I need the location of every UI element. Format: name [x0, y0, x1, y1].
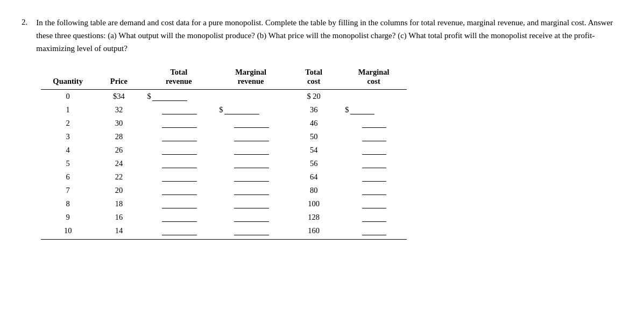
cell-quantity: 9 — [41, 211, 95, 224]
table-row: 2 30 46 — [41, 117, 407, 130]
cell-price: 32 — [95, 103, 143, 117]
cell-marginal-revenue — [215, 89, 287, 103]
cell-price: 14 — [95, 224, 143, 237]
header-quantity: Quantity — [41, 66, 95, 88]
cell-marginal-revenue — [215, 184, 287, 197]
cell-marginal-revenue: $ — [215, 103, 287, 117]
cell-marginal-cost — [341, 89, 407, 103]
header-price: Price — [95, 66, 143, 88]
cell-price: 16 — [95, 211, 143, 224]
table-wrapper: Quantity Price Totalrevenue Marginalreve… — [22, 66, 613, 240]
cell-marginal-cost — [341, 117, 407, 130]
cell-quantity: 1 — [41, 103, 95, 117]
cell-marginal-revenue — [215, 211, 287, 224]
cell-total-cost: 36 — [287, 103, 341, 117]
table-row: 6 22 64 — [41, 170, 407, 184]
cell-total-revenue — [143, 224, 215, 237]
table-footer-row — [41, 237, 407, 240]
cell-quantity: 8 — [41, 197, 95, 211]
cell-total-revenue — [143, 184, 215, 197]
cell-total-revenue — [143, 103, 215, 117]
cell-marginal-cost — [341, 197, 407, 211]
cell-total-cost: 80 — [287, 184, 341, 197]
cell-price: 22 — [95, 170, 143, 184]
cell-total-cost: 64 — [287, 170, 341, 184]
table-row: 8 18 100 — [41, 197, 407, 211]
cell-marginal-revenue — [215, 197, 287, 211]
cell-price: 28 — [95, 130, 143, 143]
cell-marginal-cost — [341, 211, 407, 224]
cell-marginal-revenue — [215, 157, 287, 170]
table-row: 10 14 160 — [41, 224, 407, 237]
cell-total-revenue — [143, 117, 215, 130]
cell-price: 24 — [95, 157, 143, 170]
cell-total-revenue: $ — [143, 89, 215, 103]
cell-total-cost: 50 — [287, 130, 341, 143]
cell-quantity: 7 — [41, 184, 95, 197]
table-row: 3 28 50 — [41, 130, 407, 143]
cell-quantity: 4 — [41, 143, 95, 157]
cell-total-cost: 100 — [287, 197, 341, 211]
cell-total-cost: $ 20 — [287, 89, 341, 103]
data-table: Quantity Price Totalrevenue Marginalreve… — [41, 66, 407, 240]
problem-header: 2. In the following table are demand and… — [22, 16, 613, 55]
cell-quantity: 0 — [41, 89, 95, 103]
table-row: 7 20 80 — [41, 184, 407, 197]
cell-total-cost: 160 — [287, 224, 341, 237]
cell-price: 30 — [95, 117, 143, 130]
header-marginal-revenue: Marginalrevenue — [215, 66, 287, 88]
cell-marginal-revenue — [215, 224, 287, 237]
table-header-row: Quantity Price Totalrevenue Marginalreve… — [41, 66, 407, 88]
cell-marginal-cost: $ — [341, 103, 407, 117]
cell-total-revenue — [143, 197, 215, 211]
cell-marginal-revenue — [215, 130, 287, 143]
cell-total-cost: 54 — [287, 143, 341, 157]
cell-total-revenue — [143, 170, 215, 184]
table-row: 5 24 56 — [41, 157, 407, 170]
table-row: 4 26 54 — [41, 143, 407, 157]
cell-marginal-cost — [341, 184, 407, 197]
cell-price: $34 — [95, 89, 143, 103]
cell-marginal-cost — [341, 224, 407, 237]
cell-total-revenue — [143, 157, 215, 170]
cell-marginal-revenue — [215, 170, 287, 184]
table-row: 1 32 $ 36 $ — [41, 103, 407, 117]
cell-price: 26 — [95, 143, 143, 157]
cell-marginal-cost — [341, 143, 407, 157]
cell-price: 20 — [95, 184, 143, 197]
cell-quantity: 6 — [41, 170, 95, 184]
cell-total-revenue — [143, 130, 215, 143]
cell-total-cost: 46 — [287, 117, 341, 130]
header-marginal-cost: Marginalcost — [341, 66, 407, 88]
cell-total-revenue — [143, 143, 215, 157]
cell-marginal-cost — [341, 170, 407, 184]
header-total-cost: Totalcost — [287, 66, 341, 88]
cell-total-cost: 56 — [287, 157, 341, 170]
cell-quantity: 5 — [41, 157, 95, 170]
problem-container: 2. In the following table are demand and… — [22, 16, 613, 240]
header-total-revenue: Totalrevenue — [143, 66, 215, 88]
cell-quantity: 10 — [41, 224, 95, 237]
cell-marginal-revenue — [215, 143, 287, 157]
cell-price: 18 — [95, 197, 143, 211]
table-row: 0 $34 $ $ 20 — [41, 89, 407, 103]
cell-marginal-revenue — [215, 117, 287, 130]
table-body: 0 $34 $ $ 20 1 32 $ 36 $ — [41, 89, 407, 237]
cell-total-revenue — [143, 211, 215, 224]
problem-number: 2. — [22, 16, 27, 55]
cell-quantity: 3 — [41, 130, 95, 143]
problem-text: In the following table are demand and co… — [36, 16, 613, 55]
cell-marginal-cost — [341, 130, 407, 143]
cell-total-cost: 128 — [287, 211, 341, 224]
cell-quantity: 2 — [41, 117, 95, 130]
table-row: 9 16 128 — [41, 211, 407, 224]
cell-marginal-cost — [341, 157, 407, 170]
